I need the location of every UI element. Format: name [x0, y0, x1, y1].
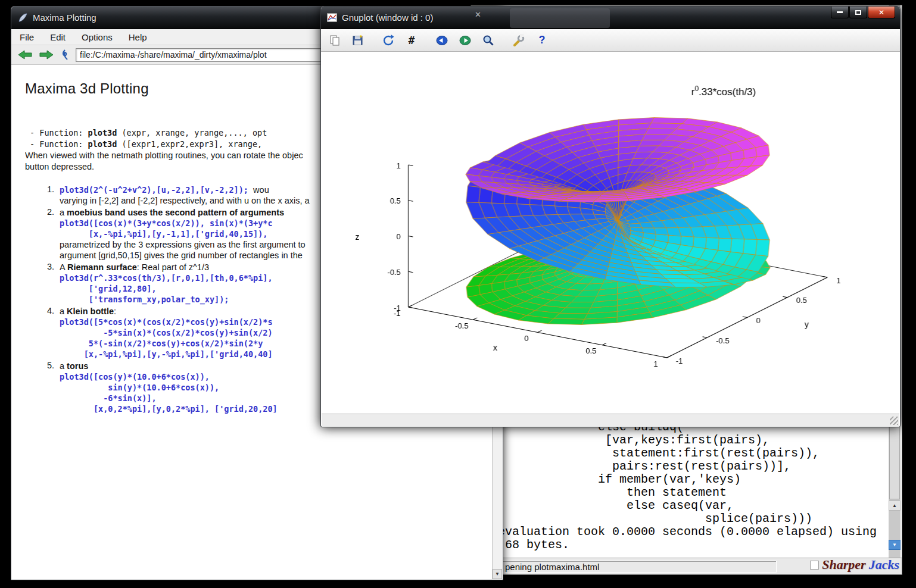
- menu-edit[interactable]: Edit: [50, 32, 66, 42]
- options-button[interactable]: [511, 33, 526, 48]
- xmaxima-feather-icon: [17, 12, 28, 23]
- gnuplot-status-strip: [322, 414, 899, 426]
- logo-text-jacks: Jacks: [869, 557, 899, 573]
- magnifier-icon: [482, 34, 495, 47]
- zoom-next-icon: [459, 34, 472, 47]
- zoom-next-button[interactable]: [457, 33, 473, 48]
- gnuplot-titlebar[interactable]: Gnuplot (window id : 0) ✕ ✕: [321, 7, 900, 29]
- zoom-previous-icon: [435, 34, 448, 47]
- gnuplot-plot-area[interactable]: [322, 52, 899, 414]
- scroll-up-button[interactable]: ▲: [889, 501, 901, 511]
- maximize-button[interactable]: [849, 7, 867, 18]
- window-controls: ✕: [830, 7, 895, 18]
- wrench-icon: [512, 34, 525, 47]
- back-button[interactable]: [17, 49, 33, 60]
- list-number: 1.: [47, 184, 54, 194]
- glass-artifact-close-glyph: ✕: [475, 10, 481, 19]
- maximize-glyph: [855, 10, 861, 15]
- help-icon: ?: [539, 34, 546, 46]
- throbber-icon: [60, 49, 70, 61]
- minimize-glyph: [837, 11, 843, 13]
- gnuplot-window: Gnuplot (window id : 0) ✕ ✕: [320, 6, 901, 427]
- menu-help[interactable]: Help: [129, 32, 147, 42]
- list-number: 2.: [47, 207, 54, 217]
- help-button[interactable]: ?: [534, 33, 550, 48]
- close-button[interactable]: ✕: [868, 7, 895, 18]
- replot-button[interactable]: [381, 33, 396, 48]
- gnuplot-icon: [327, 13, 337, 22]
- status-field: pening plotmaxima.html: [476, 561, 777, 573]
- logo-text-sharper: Sharper: [822, 557, 865, 573]
- copy-button[interactable]: [327, 33, 342, 48]
- list-number: 5.: [47, 361, 54, 370]
- scroll-down-button[interactable]: ▼: [889, 540, 901, 550]
- logo-mark: [810, 561, 819, 570]
- status-text: pening plotmaxima.html: [505, 562, 599, 572]
- desktop: else buildq( [var,keys:first(pairs), sta…: [0, 0, 916, 588]
- menu-options[interactable]: Options: [82, 32, 113, 42]
- console-statusbar: pening plotmaxima.html Sharper Jacks: [471, 558, 902, 574]
- scroll-down-button[interactable]: ▼: [493, 569, 502, 579]
- close-glyph: ✕: [878, 8, 884, 17]
- zoom-button[interactable]: [481, 33, 496, 48]
- replot-icon: [382, 34, 395, 47]
- copy-icon: [329, 35, 341, 46]
- grid-toggle-button[interactable]: #: [404, 33, 419, 48]
- zoom-previous-button[interactable]: [434, 33, 450, 48]
- minimize-button[interactable]: [831, 7, 849, 18]
- sharper-jacks-logo: Sharper Jacks: [810, 557, 899, 573]
- list-number: 4.: [47, 306, 54, 315]
- window-title: Maxima Plotting: [33, 12, 96, 23]
- gnuplot-toolbar: * #: [321, 29, 900, 52]
- forward-button[interactable]: [39, 49, 54, 60]
- resize-grip[interactable]: [890, 417, 898, 425]
- svg-text:*: *: [360, 35, 363, 41]
- list-number: 3.: [47, 262, 54, 271]
- gnuplot-plot-body: [322, 52, 899, 414]
- menu-file[interactable]: File: [20, 32, 34, 42]
- console-output[interactable]: else buildq( [var,keys:first(pairs), sta…: [498, 421, 877, 552]
- save-icon: *: [352, 35, 364, 46]
- save-button[interactable]: *: [350, 33, 366, 48]
- grid-icon: #: [409, 34, 415, 46]
- glass-artifact-patch: [510, 8, 610, 28]
- window-title: Gnuplot (window id : 0): [342, 12, 433, 23]
